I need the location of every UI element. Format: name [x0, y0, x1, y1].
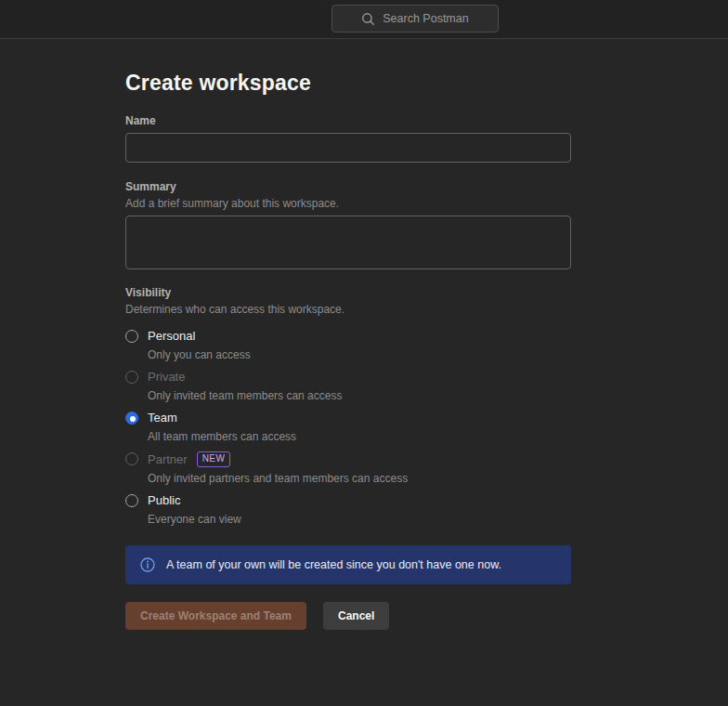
search-icon [361, 12, 375, 26]
option-label: Partner NEW [148, 451, 408, 467]
search-placeholder: Search Postman [383, 12, 468, 25]
radio-icon[interactable] [125, 371, 138, 384]
cancel-button[interactable]: Cancel [323, 602, 389, 630]
summary-label: Summary [125, 180, 571, 193]
name-label: Name [125, 114, 571, 127]
visibility-label: Visibility [125, 286, 571, 299]
visibility-description: Determines who can access this workspace… [125, 303, 571, 316]
summary-description: Add a brief summary about this workspace… [125, 197, 571, 210]
visibility-option-partner[interactable]: Partner NEW Only invited partners and te… [125, 451, 571, 485]
option-label: Personal [148, 329, 251, 344]
create-workspace-and-team-button[interactable]: Create Workspace and Team [125, 602, 306, 630]
visibility-option-team[interactable]: Team All team members can access [125, 411, 571, 443]
visibility-option-private[interactable]: Private Only invited team members can ac… [125, 370, 571, 402]
visibility-option-public[interactable]: Public Everyone can view [125, 493, 571, 526]
option-description: All team members can access [148, 430, 296, 443]
option-description: Only invited team members can access [148, 389, 342, 402]
team-creation-info-banner: A team of your own will be created since… [125, 545, 571, 584]
create-workspace-form: Create workspace Name Summary Add a brie… [0, 71, 571, 630]
new-badge: NEW [197, 451, 231, 467]
banner-text: A team of your own will be created since… [166, 558, 501, 571]
summary-input[interactable] [125, 216, 571, 269]
name-input[interactable] [125, 133, 571, 163]
visibility-options: Personal Only you can access Private Onl… [125, 329, 571, 526]
visibility-option-personal[interactable]: Personal Only you can access [125, 329, 571, 361]
info-icon [140, 557, 155, 572]
option-label: Public [148, 493, 241, 508]
page-title: Create workspace [125, 71, 571, 96]
global-search[interactable]: Search Postman [332, 5, 499, 33]
option-label: Team [148, 411, 296, 425]
option-description: Everyone can view [148, 513, 241, 526]
radio-icon-selected[interactable] [125, 412, 138, 425]
top-bar: Search Postman [0, 0, 728, 39]
form-actions: Create Workspace and Team Cancel [125, 602, 571, 630]
option-label: Private [148, 370, 342, 385]
option-description: Only invited partners and team members c… [148, 472, 408, 485]
radio-icon[interactable] [125, 452, 138, 465]
radio-icon[interactable] [125, 494, 138, 507]
option-description: Only you can access [148, 348, 251, 361]
radio-icon[interactable] [125, 330, 138, 343]
